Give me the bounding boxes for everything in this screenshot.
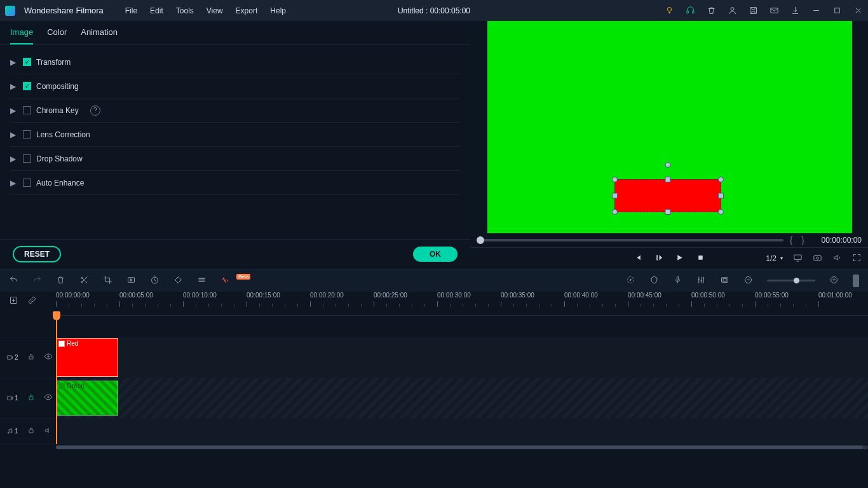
- video-track-icon: 1: [6, 395, 18, 402]
- checkbox-transform[interactable]: [23, 58, 31, 66]
- marker-icon[interactable]: [649, 275, 659, 287]
- eye-icon[interactable]: [44, 393, 53, 403]
- volume-icon[interactable]: [832, 253, 842, 264]
- split-icon[interactable]: [79, 275, 89, 287]
- resize-handle-t[interactable]: [665, 177, 671, 182]
- resize-handle-b[interactable]: [665, 209, 671, 215]
- fit-icon[interactable]: [720, 275, 729, 287]
- zoom-slider[interactable]: [767, 280, 815, 281]
- timeline-ruler[interactable]: 00:00:00:0000:00:05:0000:00:10:0000:00:1…: [56, 292, 868, 316]
- svg-rect-4: [750, 8, 757, 14]
- tracks-area[interactable]: Red Green: [56, 316, 868, 444]
- track-lane-v1[interactable]: Green: [56, 378, 868, 419]
- close-icon[interactable]: [853, 6, 863, 15]
- menu-view[interactable]: View: [207, 6, 223, 15]
- keyframe-icon[interactable]: [173, 275, 183, 287]
- prop-lens-correction[interactable]: ▶ Lens Correction: [10, 123, 460, 147]
- redo-icon[interactable]: [32, 275, 42, 287]
- resize-handle-tr[interactable]: [718, 177, 724, 182]
- resize-handle-br[interactable]: [718, 209, 724, 215]
- track-head-v1[interactable]: 1: [0, 378, 56, 419]
- preview-viewport[interactable]: [487, 21, 852, 233]
- track-lane-v2[interactable]: Red: [56, 337, 868, 378]
- resize-handle-tl[interactable]: [612, 177, 618, 182]
- prop-drop-shadow[interactable]: ▶ Drop Shadow: [10, 147, 460, 171]
- menu-file[interactable]: File: [125, 6, 137, 15]
- mark-out-icon[interactable]: }: [801, 235, 804, 245]
- lock-icon[interactable]: [27, 353, 35, 362]
- account-icon[interactable]: [728, 6, 737, 15]
- add-track-icon[interactable]: [9, 295, 18, 307]
- timeline-scrollbar[interactable]: [0, 444, 868, 451]
- prop-auto-enhance[interactable]: ▶ Auto Enhance: [10, 171, 460, 195]
- menu-export[interactable]: Export: [236, 6, 258, 15]
- maximize-icon[interactable]: [832, 6, 842, 15]
- eye-icon[interactable]: [44, 352, 53, 363]
- app-name: Wondershare Filmora: [24, 6, 104, 15]
- stop-button[interactable]: [696, 254, 705, 264]
- menu-tools[interactable]: Tools: [176, 6, 194, 15]
- support-icon[interactable]: [686, 6, 695, 15]
- resize-handle-r[interactable]: [718, 193, 724, 199]
- prop-compositing[interactable]: ▶ Compositing: [10, 74, 460, 98]
- track-head-a1[interactable]: 1: [0, 419, 56, 444]
- track-head-v2[interactable]: 2: [0, 337, 56, 378]
- speaker-icon[interactable]: [44, 426, 52, 437]
- link-icon[interactable]: [27, 295, 37, 307]
- trash-icon[interactable]: [707, 6, 716, 15]
- save-icon[interactable]: [749, 6, 758, 15]
- checkbox-auto-enhance[interactable]: [23, 179, 31, 187]
- preview-scrubber[interactable]: [477, 239, 783, 241]
- duration-icon[interactable]: [150, 275, 159, 287]
- lock-icon[interactable]: [27, 426, 35, 436]
- preview-zoom-select[interactable]: 1/2 ▾: [766, 254, 783, 263]
- reset-button[interactable]: RESET: [13, 246, 61, 262]
- render-icon[interactable]: [626, 275, 635, 287]
- track-lane-a1[interactable]: [56, 419, 868, 444]
- voiceover-icon[interactable]: [673, 275, 682, 287]
- play-button[interactable]: [675, 254, 684, 264]
- checkbox-chroma-key[interactable]: [23, 106, 31, 114]
- mixer-icon[interactable]: [696, 275, 706, 287]
- download-icon[interactable]: [790, 6, 800, 15]
- delete-icon[interactable]: [56, 275, 65, 287]
- menu-help[interactable]: Help: [270, 6, 286, 15]
- play-pause-button[interactable]: [654, 254, 663, 264]
- rotate-handle[interactable]: [665, 162, 671, 168]
- zoom-in-icon[interactable]: [829, 275, 839, 287]
- playhead[interactable]: [56, 316, 57, 444]
- color-icon[interactable]: [197, 275, 207, 287]
- undo-icon[interactable]: [9, 275, 18, 287]
- help-chroma-key[interactable]: ?: [90, 105, 100, 116]
- lock-icon[interactable]: [27, 393, 35, 403]
- resize-handle-l[interactable]: [612, 193, 618, 199]
- tab-color[interactable]: Color: [47, 27, 67, 44]
- resize-handle-bl[interactable]: [612, 209, 618, 215]
- zoom-out-icon[interactable]: [743, 275, 753, 287]
- audio-sync-icon[interactable]: [220, 275, 230, 287]
- menu-edit[interactable]: Edit: [150, 6, 163, 15]
- prop-transform[interactable]: ▶ Transform: [10, 50, 460, 74]
- mail-icon[interactable]: [770, 6, 779, 15]
- crop-icon[interactable]: [103, 275, 112, 287]
- fullscreen-icon[interactable]: [852, 253, 862, 264]
- checkbox-drop-shadow[interactable]: [23, 154, 31, 163]
- clip-red[interactable]: Red: [56, 338, 118, 377]
- tab-animation[interactable]: Animation: [81, 27, 118, 44]
- tips-icon[interactable]: [665, 6, 674, 15]
- checkbox-lens-correction[interactable]: [23, 130, 31, 139]
- preview-timecode: 00:00:00:00: [811, 236, 862, 245]
- speed-icon[interactable]: [126, 275, 136, 287]
- prop-chroma-key[interactable]: ▶ Chroma Key ?: [10, 98, 460, 123]
- clip-green[interactable]: Green: [56, 381, 118, 416]
- snapshot-icon[interactable]: [813, 253, 822, 264]
- tab-image[interactable]: Image: [10, 27, 33, 44]
- timeline-view-toggle[interactable]: [853, 274, 859, 287]
- selected-clip-overlay[interactable]: [614, 179, 721, 212]
- checkbox-compositing[interactable]: [23, 82, 31, 90]
- prev-frame-button[interactable]: [634, 254, 642, 264]
- minimize-icon[interactable]: [811, 6, 821, 15]
- ok-button[interactable]: OK: [413, 247, 458, 262]
- mark-in-icon[interactable]: {: [790, 235, 793, 245]
- display-icon[interactable]: [793, 253, 803, 264]
